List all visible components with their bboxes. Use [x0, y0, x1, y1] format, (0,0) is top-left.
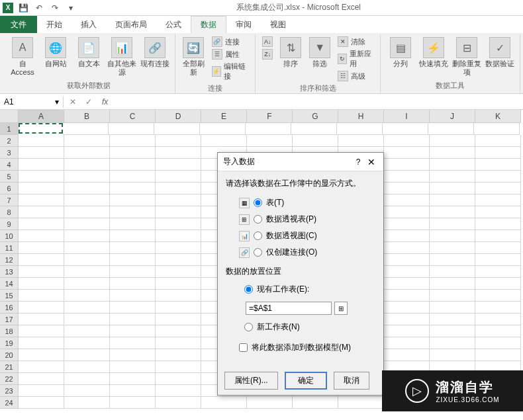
data-validation-button[interactable]: ✓ 数据验证: [484, 36, 516, 69]
row-header[interactable]: 5: [0, 171, 19, 183]
cell[interactable]: [475, 266, 521, 278]
row-header[interactable]: 13: [0, 266, 19, 278]
row-header[interactable]: 15: [0, 290, 19, 302]
row-header[interactable]: 3: [0, 147, 19, 159]
cell[interactable]: [201, 397, 247, 409]
cell[interactable]: [19, 349, 64, 361]
cell[interactable]: [19, 314, 64, 325]
cell[interactable]: [63, 123, 109, 135]
cell[interactable]: [64, 337, 110, 349]
cell[interactable]: [384, 194, 430, 206]
properties-button[interactable]: ☰属性: [209, 48, 251, 60]
radio-existing-ws[interactable]: [244, 285, 253, 294]
cell[interactable]: [337, 123, 383, 135]
cell[interactable]: [475, 290, 521, 302]
refresh-all-button[interactable]: 🔄 全部刷新: [179, 36, 208, 78]
cell[interactable]: [64, 242, 110, 254]
cell[interactable]: [19, 302, 64, 314]
cell[interactable]: [156, 206, 201, 218]
column-header[interactable]: G: [293, 110, 338, 123]
cell[interactable]: [475, 206, 521, 218]
column-header[interactable]: H: [338, 110, 384, 123]
cell[interactable]: [384, 254, 430, 266]
cell[interactable]: [64, 290, 110, 302]
cell[interactable]: [156, 230, 201, 242]
column-header[interactable]: F: [247, 110, 293, 123]
cell[interactable]: [247, 397, 293, 409]
cell[interactable]: [430, 266, 475, 278]
cell[interactable]: [19, 206, 64, 218]
dialog-help-button[interactable]: ?: [352, 157, 365, 167]
cell[interactable]: [384, 337, 430, 349]
option-pivot-chart[interactable]: 📊 数据透视图(C): [226, 228, 375, 244]
cell[interactable]: [475, 194, 521, 206]
cell[interactable]: [430, 254, 475, 266]
cell[interactable]: [19, 278, 64, 290]
cell[interactable]: [64, 278, 110, 290]
cell[interactable]: [156, 385, 201, 397]
tab-home[interactable]: 开始: [37, 16, 71, 33]
option-existing-worksheet[interactable]: 现有工作表(E):: [226, 281, 375, 298]
cell[interactable]: [64, 230, 110, 242]
cell[interactable]: [110, 242, 156, 254]
cell[interactable]: [19, 325, 64, 337]
cell[interactable]: [430, 218, 475, 230]
cell[interactable]: [475, 325, 521, 337]
column-header[interactable]: B: [64, 110, 110, 123]
text-to-columns-button[interactable]: ▤ 分列: [385, 36, 416, 69]
cell[interactable]: [110, 266, 156, 278]
connections-button[interactable]: 🔗连接: [209, 36, 251, 48]
cell[interactable]: [19, 373, 64, 385]
name-box-dropdown-icon[interactable]: ▾: [55, 97, 59, 106]
row-header[interactable]: 2: [0, 135, 19, 147]
cell[interactable]: [19, 242, 64, 254]
radio-pivot-chart[interactable]: [254, 231, 262, 240]
cell[interactable]: [110, 314, 156, 325]
cell[interactable]: [64, 325, 110, 337]
row-header[interactable]: 23: [0, 385, 19, 397]
cell[interactable]: [384, 314, 430, 325]
cell[interactable]: [475, 349, 521, 361]
cell[interactable]: [156, 218, 201, 230]
cell[interactable]: [19, 397, 64, 409]
row-header[interactable]: 9: [0, 218, 19, 230]
name-box-input[interactable]: [4, 97, 44, 106]
cell[interactable]: [246, 123, 291, 135]
cell[interactable]: [475, 171, 521, 183]
cell[interactable]: [200, 123, 246, 135]
cancel-formula-button[interactable]: ✕: [66, 97, 79, 106]
option-table[interactable]: ▦ 表(T): [226, 194, 375, 211]
fx-icon[interactable]: fx: [98, 97, 112, 106]
cell[interactable]: [430, 325, 475, 337]
existing-conn-button[interactable]: 🔗 现有连接: [139, 36, 171, 69]
cell[interactable]: [475, 254, 521, 266]
cell[interactable]: [475, 337, 521, 349]
row-header[interactable]: 7: [0, 194, 19, 206]
cell[interactable]: [19, 183, 64, 194]
cell[interactable]: [64, 206, 110, 218]
cell[interactable]: [291, 123, 337, 135]
cell[interactable]: [430, 349, 475, 361]
cell[interactable]: [293, 135, 338, 147]
radio-new-ws[interactable]: [244, 323, 253, 331]
column-header[interactable]: D: [156, 110, 201, 123]
option-new-worksheet[interactable]: 新工作表(N): [226, 319, 375, 335]
cell[interactable]: [475, 218, 521, 230]
cell[interactable]: [384, 206, 430, 218]
cell[interactable]: [247, 135, 293, 147]
cell[interactable]: [19, 266, 64, 278]
cell[interactable]: [156, 194, 201, 206]
tab-view[interactable]: 视图: [261, 16, 295, 33]
cell[interactable]: [156, 266, 201, 278]
cell[interactable]: [384, 302, 430, 314]
cell[interactable]: [475, 278, 521, 290]
cell[interactable]: [430, 337, 475, 349]
cell[interactable]: [430, 183, 475, 194]
cancel-button[interactable]: 取消: [334, 372, 369, 390]
cell[interactable]: [19, 171, 64, 183]
cell[interactable]: [475, 183, 521, 194]
cell[interactable]: [156, 254, 201, 266]
cell[interactable]: [64, 361, 110, 373]
cell[interactable]: [156, 349, 201, 361]
row-header[interactable]: 6: [0, 183, 19, 194]
